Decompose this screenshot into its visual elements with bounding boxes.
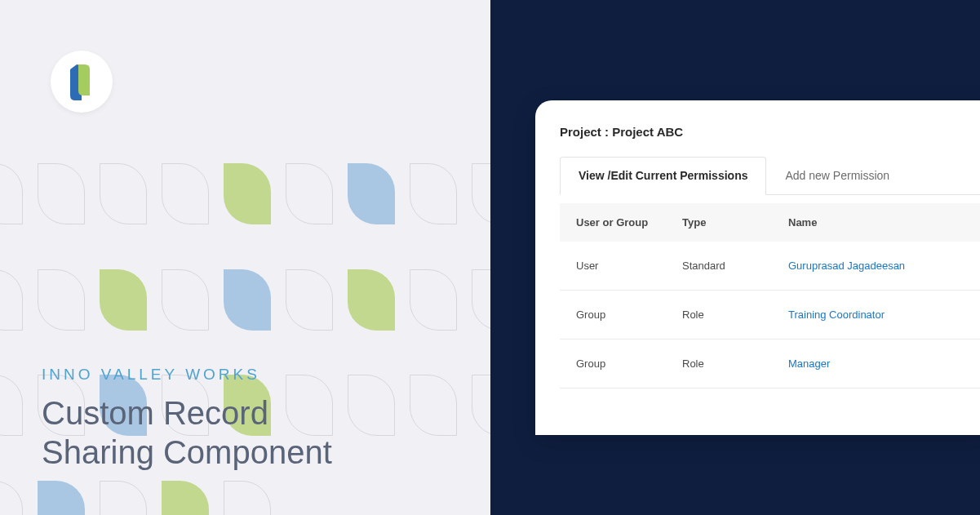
header-name: Name: [788, 216, 976, 229]
cell-user-or-group: Group: [576, 357, 682, 370]
cell-type: Role: [682, 357, 788, 370]
table-row: Group Role Training Coordinator: [560, 291, 980, 340]
pattern-leaf: [472, 269, 490, 331]
logo: [51, 51, 113, 113]
page-title: Custom Record Sharing Component: [42, 393, 332, 472]
pattern-leaf: [348, 269, 395, 331]
pattern-leaf: [224, 163, 271, 224]
cell-name-link[interactable]: Guruprasad Jagadeesan: [788, 260, 976, 272]
pattern-leaf: [410, 375, 457, 436]
pattern-leaf: [224, 269, 271, 331]
right-panel: Project : Project ABC View /Edit Current…: [490, 0, 980, 515]
header-type: Type: [682, 216, 788, 229]
pattern-leaf: [100, 269, 147, 331]
cell-user-or-group: Group: [576, 309, 682, 321]
pattern-leaf: [286, 269, 333, 331]
table-row: Group Role Manager: [560, 340, 980, 388]
tab-view-edit-permissions[interactable]: View /Edit Current Permissions: [560, 157, 766, 195]
pattern-leaf: [410, 163, 457, 224]
company-name: INNO VALLEY WORKS: [42, 366, 260, 384]
pattern-leaf: [100, 163, 147, 224]
pattern-leaf: [162, 481, 209, 516]
cell-name-link[interactable]: Manager: [788, 357, 976, 370]
left-panel: INNO VALLEY WORKS Custom Record Sharing …: [0, 0, 490, 515]
cell-type: Standard: [682, 260, 788, 272]
pattern-leaf: [348, 163, 395, 224]
tab-add-new-permission[interactable]: Add new Permission: [766, 157, 908, 194]
pattern-leaf: [38, 163, 85, 224]
table-header: User or Group Type Name: [560, 203, 980, 242]
logo-icon: [65, 63, 98, 100]
pattern-leaf: [472, 375, 490, 436]
pattern-leaf: [348, 375, 395, 436]
pattern-leaf: [286, 163, 333, 224]
table-row: User Standard Guruprasad Jagadeesan: [560, 242, 980, 291]
cell-name-link[interactable]: Training Coordinator: [788, 309, 976, 321]
pattern-leaf: [0, 481, 23, 516]
title-line-2: Sharing Component: [42, 434, 332, 470]
pattern-leaf: [410, 269, 457, 331]
pattern-leaf: [162, 269, 209, 331]
pattern-leaf: [162, 163, 209, 224]
pattern-leaf: [38, 269, 85, 331]
pattern-leaf: [224, 481, 271, 516]
permissions-table: User or Group Type Name User Standard Gu…: [560, 203, 980, 388]
pattern-leaf: [100, 481, 147, 516]
header-user-or-group: User or Group: [576, 216, 682, 229]
pattern-leaf: [0, 375, 23, 436]
pattern-leaf: [0, 269, 23, 331]
project-title: Project : Project ABC: [560, 125, 980, 139]
permissions-card: Project : Project ABC View /Edit Current…: [535, 100, 980, 435]
tabs: View /Edit Current Permissions Add new P…: [560, 157, 980, 195]
pattern-leaf: [472, 163, 490, 224]
cell-type: Role: [682, 309, 788, 321]
cell-user-or-group: User: [576, 260, 682, 272]
pattern-leaf: [0, 163, 23, 224]
pattern-leaf: [38, 481, 85, 516]
title-line-1: Custom Record: [42, 395, 268, 431]
